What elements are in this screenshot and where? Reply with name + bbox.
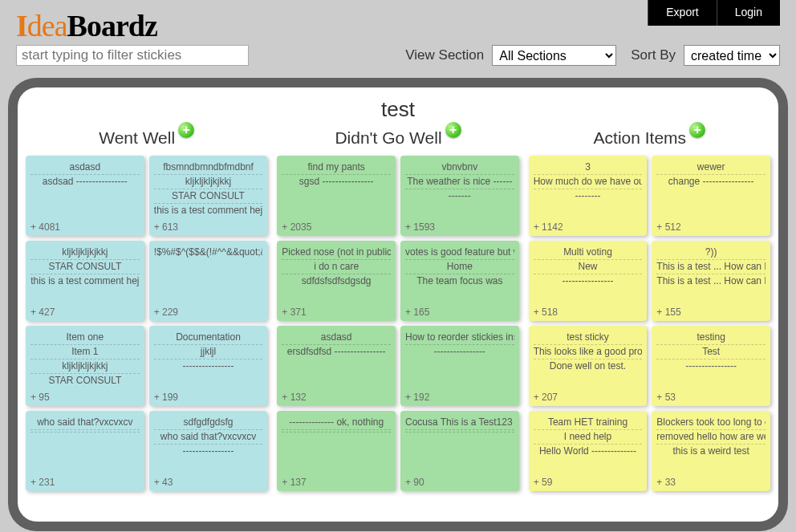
card-line: who said that?vxcvxcv <box>30 416 140 430</box>
view-section-label: View Section <box>405 47 484 63</box>
sticky-card[interactable]: ?))This is a test ... How can I update t… <box>652 241 770 321</box>
sticky-card[interactable]: 3How much do we have outstanding for rec… <box>529 156 648 236</box>
sticky-card[interactable]: find my pantssgsd ----------------+ 2035 <box>277 156 396 236</box>
sticky-card[interactable]: Picked nose (not in public) - then again… <box>277 241 396 321</box>
column-header: Went Well+ <box>26 128 267 148</box>
vote-count[interactable]: + 155 <box>656 305 766 318</box>
sticky-card[interactable]: How to reorder stickies instead of merge… <box>400 326 519 406</box>
card-line: sdfgdfgdsfg <box>154 416 263 430</box>
logo-part-boardz: Boardz <box>67 9 157 43</box>
sticky-card[interactable]: Cocusa This is a Test123 -- + 90 <box>400 411 519 491</box>
cards-grid: find my pantssgsd ----------------+ 2035… <box>277 156 518 491</box>
card-line: STAR CONSULT <box>30 374 140 388</box>
view-controls: View Section All Sections Sort By create… <box>397 45 780 66</box>
sticky-card[interactable]: Multi votingNew----------------+ 518 <box>529 241 648 321</box>
sticky-card[interactable]: vbnvbnvThe weather is nice -------------… <box>400 156 519 236</box>
card-line: asdasd <box>30 160 140 175</box>
card-line: Item one <box>30 331 140 345</box>
section-select[interactable]: All Sections <box>492 45 616 66</box>
vote-count[interactable]: + 199 <box>154 390 263 403</box>
vote-count[interactable]: + 207 <box>534 390 643 403</box>
card-line <box>282 433 391 434</box>
vote-count[interactable]: + 231 <box>30 475 140 488</box>
vote-count[interactable]: + 43 <box>154 475 263 488</box>
vote-count[interactable]: + 512 <box>656 220 766 233</box>
vote-count[interactable]: + 132 <box>282 390 391 403</box>
vote-count[interactable]: + 427 <box>30 305 140 318</box>
sticky-card[interactable]: asdasdasdsad ----------------+ 4081 <box>26 156 144 236</box>
card-body: votes is good feature but what for aged … <box>405 246 514 305</box>
sticky-card[interactable]: Blockers took too long to closeremoved h… <box>652 411 770 491</box>
sticky-card[interactable]: fbsmndbmndbfmdbnfkljkljkljkjkkjSTAR CONS… <box>149 156 268 236</box>
vote-count[interactable]: + 613 <box>154 220 263 233</box>
card-body: ?))This is a test ... How can I update t… <box>656 246 766 305</box>
vote-count[interactable]: + 518 <box>534 305 643 318</box>
filter-input[interactable] <box>16 45 249 66</box>
export-link[interactable]: Export <box>648 0 716 26</box>
sticky-card[interactable]: sdfgdfgdsfgwho said that?vxcvxcv--------… <box>149 411 268 491</box>
vote-count[interactable]: + 137 <box>282 475 391 488</box>
card-line: asdsad ---------------- <box>30 175 140 189</box>
card-body: testingTest---------------- <box>656 331 766 390</box>
vote-count[interactable]: + 2035 <box>282 220 391 233</box>
column: Action Items+3How much do we have outsta… <box>529 128 770 491</box>
card-line: I need help <box>534 430 643 445</box>
vote-count[interactable]: + 229 <box>154 305 263 318</box>
add-sticky-icon[interactable]: + <box>689 122 705 138</box>
card-body: sdfgdfgdsfgwho said that?vxcvxcv--------… <box>154 416 263 475</box>
vote-count[interactable]: + 4081 <box>30 220 140 233</box>
add-sticky-icon[interactable]: + <box>445 122 461 138</box>
card-body: asdasdersdfsdfsd ---------------- <box>282 331 391 390</box>
card-line: ---------------- <box>534 274 643 288</box>
card-line: Item 1 <box>30 345 140 359</box>
card-line: who said that?vxcvxcv <box>154 430 263 445</box>
logo-part-dea: dea <box>27 9 67 43</box>
column-title: Went Well <box>99 128 175 148</box>
card-body: asdasdasdsad ---------------- <box>30 160 140 220</box>
card-line: New <box>534 260 643 274</box>
card-line: ---------------- <box>656 359 766 373</box>
sort-select[interactable]: created time <box>684 45 780 66</box>
card-body: Multi votingNew---------------- <box>534 246 643 305</box>
sticky-card[interactable]: !$%#$^($$&(!#^^&&quot;&quot;&quot;"&&quo… <box>149 241 268 321</box>
sticky-card[interactable]: wewerchange ----------------+ 512 <box>652 156 770 236</box>
sticky-card[interactable]: Team HET trainingI need helpHello World … <box>529 411 648 491</box>
vote-count[interactable]: + 1142 <box>534 220 643 233</box>
vote-count[interactable]: + 165 <box>405 305 514 318</box>
sticky-card[interactable]: votes is good feature but what for aged … <box>400 241 519 321</box>
vote-count[interactable]: + 95 <box>30 390 140 403</box>
vote-count[interactable]: + 59 <box>534 475 643 488</box>
card-line: Cocusa This is a Test123 -- <box>405 416 514 430</box>
sticky-card[interactable]: test stickyThis looks like a good progra… <box>529 326 648 406</box>
add-sticky-icon[interactable]: + <box>178 122 194 138</box>
vote-count[interactable]: + 53 <box>656 390 766 403</box>
card-body: 3How much do we have outstanding for rec… <box>534 160 643 220</box>
sticky-card[interactable]: kljkljkljkjkkjSTAR CONSULTthis is a test… <box>26 241 144 321</box>
board-title: test <box>26 97 770 122</box>
card-body: kljkljkljkjkkjSTAR CONSULTthis is a test… <box>30 246 140 305</box>
vote-count[interactable]: + 33 <box>656 475 766 488</box>
card-line: asdasd <box>282 331 391 345</box>
sticky-card[interactable]: -------------- ok, nothing + 137 <box>277 411 396 491</box>
vote-count[interactable]: + 192 <box>405 390 514 403</box>
card-line: ---------------- <box>154 445 263 458</box>
card-line: -------------- ok, nothing <box>282 416 391 430</box>
card-line: sdfdsfsdfsdgsdg <box>282 274 391 288</box>
card-line: votes is good feature but what for aged … <box>405 246 514 260</box>
card-body: Documentationjjkljl---------------- <box>154 331 263 390</box>
vote-count[interactable]: + 371 <box>282 305 391 318</box>
card-line: -------- <box>534 189 643 203</box>
sticky-card[interactable]: who said that?vxcvxcv + 231 <box>26 411 144 491</box>
card-body: fbsmndbmndbfmdbnfkljkljkljkjkkjSTAR CONS… <box>154 160 263 220</box>
card-line: sgsd ---------------- <box>282 175 391 189</box>
vote-count[interactable]: + 1593 <box>405 220 514 233</box>
sticky-card[interactable]: Item oneItem 1kljkljkljkjkkjSTAR CONSULT… <box>26 326 144 406</box>
card-line <box>405 433 514 434</box>
login-link[interactable]: Login <box>717 0 780 26</box>
vote-count[interactable]: + 90 <box>405 475 514 488</box>
sticky-card[interactable]: Documentationjjkljl----------------+ 199 <box>149 326 268 406</box>
sticky-card[interactable]: testingTest----------------+ 53 <box>652 326 770 406</box>
card-line: STAR CONSULT <box>154 189 263 204</box>
sticky-card[interactable]: asdasdersdfsdfsd ----------------+ 132 <box>277 326 396 406</box>
card-line: ---------------- <box>154 359 263 373</box>
